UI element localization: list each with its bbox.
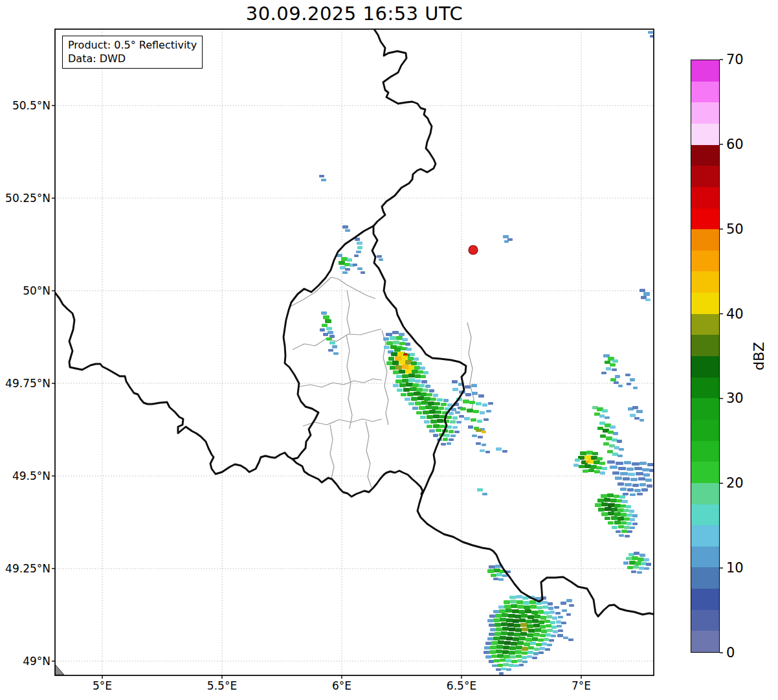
radar-echo-patch — [512, 609, 519, 613]
radar-echo-patch — [600, 435, 606, 438]
radar-echo-patch — [401, 393, 406, 396]
radar-echo-patch — [616, 530, 621, 533]
radar-echo-patch — [635, 561, 641, 565]
radar-echo-patch — [544, 611, 550, 615]
admin-region-border — [330, 425, 334, 479]
radar-echo-patch — [599, 462, 605, 465]
radar-echo-patch — [514, 633, 520, 637]
radar-echo-patch — [499, 672, 504, 675]
radar-echo-patch — [636, 410, 643, 413]
radar-echo-patch — [605, 517, 610, 520]
radar-echo-patch — [542, 601, 548, 604]
radar-echo-patch — [524, 605, 530, 609]
radar-echo-patch — [476, 429, 482, 432]
radar-echo-patch — [627, 530, 632, 533]
radar-echo-patch — [433, 394, 438, 397]
radar-echo-patch — [429, 389, 434, 392]
radar-echo-patch — [642, 468, 649, 471]
radar-echo-patch — [399, 360, 406, 365]
radar-echo-patch — [518, 610, 525, 614]
radar-echo-patch — [624, 526, 630, 529]
colorbar-tick-label: 50 — [726, 221, 744, 237]
radar-echo-patch — [485, 655, 491, 659]
radar-echo-patch — [323, 333, 328, 336]
radar-echo-patch — [353, 264, 357, 266]
radar-echo-patch — [356, 251, 361, 253]
radar-echo-patch — [540, 616, 546, 620]
radar-echo-patch — [390, 336, 396, 340]
radar-echo-patch — [563, 637, 568, 639]
radar-echo-patch — [506, 668, 511, 671]
radar-echo-patch — [495, 632, 501, 636]
radar-echo-patch — [615, 375, 620, 378]
radar-echo-patch — [491, 641, 498, 645]
radar-echo-patch — [401, 347, 406, 350]
radar-echo-patch — [420, 392, 427, 396]
radar-echo-patch — [328, 331, 333, 334]
radar-echo-patch — [503, 663, 509, 666]
radar-echo-patch — [634, 489, 641, 492]
radar-echo-patch — [610, 499, 617, 502]
radar-echo-patch — [528, 646, 534, 649]
radar-echo-patch — [620, 488, 627, 491]
radar-echo-patch — [617, 455, 623, 457]
radar-echo-patch — [386, 333, 392, 336]
radar-echo-patch — [395, 379, 402, 383]
radar-echo-patch — [583, 469, 588, 473]
radar-echo-patch — [361, 271, 365, 274]
radar-echo-patch — [447, 442, 451, 445]
radar-echo-patch — [625, 374, 630, 376]
radar-echo-patch — [517, 659, 522, 662]
radar-echo-patch — [465, 393, 471, 396]
colorbar-band — [691, 504, 719, 526]
radar-echo-patch — [607, 450, 613, 453]
radar-echo-patch — [617, 440, 622, 443]
radar-echo-patch — [467, 409, 473, 412]
radar-echo-patch — [423, 371, 428, 374]
radar-echo-patch — [612, 438, 617, 442]
radar-echo-patch — [597, 499, 604, 502]
radar-echo-patch — [489, 565, 495, 569]
radar-figure: 30.09.2025 16:53 UTC Product: 0.5° Refle… — [0, 0, 778, 700]
radar-echo-patch — [632, 484, 639, 487]
radar-echo-patch — [434, 402, 440, 405]
radar-echo-patch — [522, 656, 527, 659]
radar-echo-patch — [441, 403, 447, 406]
radar-echo-patch — [425, 405, 432, 409]
radar-echo-patch — [430, 398, 436, 401]
radar-echo-patch — [614, 446, 619, 449]
radar-echo-patch — [590, 465, 597, 469]
radar-echo-patch — [625, 483, 632, 486]
radar-echo-patch — [597, 427, 603, 430]
radar-echo-patch — [551, 635, 556, 637]
y-tick-label: 49°N — [1, 655, 50, 668]
radar-echo-patch — [408, 365, 415, 370]
radar-echo-patch — [449, 412, 454, 415]
radar-echo-patch — [516, 646, 522, 649]
radar-echo-patch — [480, 449, 485, 452]
colorbar-tick-label: 60 — [726, 137, 744, 152]
colorbar-band — [691, 335, 719, 356]
radar-echo-patch — [437, 398, 443, 401]
radar-echo-patch — [546, 615, 552, 618]
radar-echo-patch — [610, 425, 616, 429]
radar-echo-patch — [504, 600, 510, 604]
radar-echo-patch — [408, 378, 415, 382]
radar-echo-patch — [411, 397, 417, 401]
radar-echo-patch — [606, 436, 612, 440]
radar-echo-patch — [496, 668, 501, 671]
radar-echo-patch — [580, 451, 586, 455]
radar-echo-patch — [493, 618, 500, 622]
radar-echo-patch — [533, 652, 539, 655]
radar-echo-patch — [329, 341, 335, 344]
radar-echo-patch — [342, 225, 348, 229]
radar-echo-patch — [545, 648, 550, 651]
radar-echo-patch — [631, 570, 636, 573]
radar-echo-patch — [496, 573, 502, 576]
radar-echo-patch — [610, 363, 616, 367]
radar-echo-patch — [322, 324, 328, 327]
radar-echo-patch — [584, 464, 591, 468]
radar-echo-patch — [423, 411, 429, 414]
radar-echo-patch — [516, 595, 522, 598]
radar-echo-patch — [514, 664, 519, 667]
